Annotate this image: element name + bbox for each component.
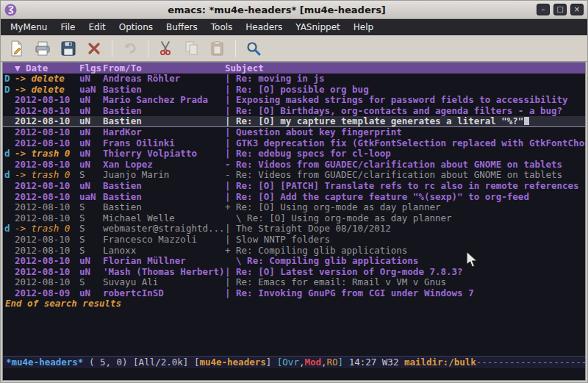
message-row[interactable]: 2012-08-10uNHardKor| Question about key … [3, 127, 585, 138]
message-row[interactable]: d-> trash 0SJuanjo Marin- Re: Videos fro… [3, 170, 585, 181]
cut-button[interactable] [156, 38, 176, 59]
message-row[interactable]: d-> trash 0Swebmaster@straightd...| The … [3, 223, 585, 235]
modeline-segment: -------------------------------------- [476, 357, 585, 368]
menu-buffers[interactable]: Buffers [159, 20, 204, 35]
message-row[interactable]: 2012-08-10uaNBastien| Re: [O] Add the ca… [3, 192, 585, 203]
message-row[interactable]: D-> deleteuaNBastien| Re: [O] possible o… [3, 85, 585, 96]
msg-flags: S [79, 170, 103, 181]
message-row[interactable]: 2012-08-10uNFlorian Müllner \ Re: Compil… [3, 256, 585, 267]
msg-mark [3, 127, 15, 138]
modeline-segment: 14:27 W32 [349, 357, 404, 368]
close-button[interactable]: × [570, 4, 584, 15]
msg-mark [3, 138, 15, 149]
msg-flags: uN [79, 160, 103, 171]
message-row[interactable]: 2012-08-10uNBastien| Re: [O] my capture … [3, 116, 585, 127]
message-row[interactable]: 2012-08-10SMichael Welle \ Re: [O] Using… [3, 213, 585, 224]
menu-file[interactable]: File [54, 20, 82, 35]
msg-subject: - Re: Videos from GUADEC/clarification a… [225, 170, 585, 181]
msg-from: Suvayu Ali [103, 277, 225, 288]
message-row[interactable]: 2012-08-10SLanoxx+ Re: Compiling glib ap… [3, 246, 585, 257]
msg-subject: | Re: Emacs for email: Rmail v VM v Gnus [225, 277, 585, 288]
msg-flags: uN [79, 106, 103, 117]
msg-subject: \ Re: Compiling glib applications [225, 256, 585, 267]
menu-help[interactable]: Help [347, 20, 380, 35]
msg-date: 2012-08-10 [15, 160, 79, 171]
msg-from: Florian Müllner [103, 256, 225, 267]
msg-from: Thierry Volpiatto [103, 148, 225, 160]
print-button[interactable] [32, 38, 53, 59]
print-icon [34, 40, 51, 57]
menu-headers[interactable]: Headers [239, 20, 289, 35]
message-row[interactable]: 2012-08-09uNrobertcInSD| Re: Invoking Gn… [3, 288, 585, 299]
minimize-button[interactable]: – [537, 4, 550, 15]
msg-mark [3, 95, 15, 106]
msg-date: 2012-08-10 [15, 95, 79, 106]
msg-flags: uN [79, 127, 103, 138]
header-date-col[interactable]: ▼ Date [15, 62, 79, 74]
msg-flags: uN [79, 288, 103, 299]
msg-mark: d [3, 148, 15, 160]
msg-date: 2012-08-09 [15, 288, 79, 299]
msg-date: 2012-08-10 [15, 181, 79, 192]
msg-date: -> trash 0 [15, 170, 79, 181]
menu-options[interactable]: Options [112, 20, 159, 35]
message-row[interactable]: 2012-08-10SBastien+ Re: [O] Using org-mo… [3, 202, 585, 213]
menu-tools[interactable]: Tools [204, 20, 240, 35]
msg-mark [3, 160, 15, 171]
modeline-segment: ] [266, 357, 277, 368]
search-button[interactable] [243, 38, 264, 59]
msg-subject: - Re: Videos from GUADEC/clarification a… [225, 160, 585, 171]
modeline-segment: mu4e-headers [199, 357, 265, 368]
msg-from: Francesco Mazzoli [103, 235, 225, 246]
msg-flags: S [79, 235, 103, 246]
msg-subject: | Re: [O] [PATCH] Translate refs to rc a… [225, 181, 585, 192]
msg-date: -> trash 0 [15, 223, 79, 235]
maximize-button[interactable]: □ [553, 4, 567, 15]
window-title: emacs: *mu4e-headers* [mu4e-headers] [21, 4, 533, 15]
msg-from: Bastien [103, 192, 225, 203]
message-row[interactable]: 2012-08-10uNMario Sanchez Prada| Exposin… [3, 95, 585, 106]
msg-flags: uN [79, 256, 103, 267]
emacs-window: emacs: *mu4e-headers* [mu4e-headers] – □… [0, 0, 588, 383]
msg-mark [3, 246, 15, 257]
new-file-button[interactable] [7, 38, 27, 59]
msg-from: Bastien [103, 181, 225, 192]
message-row[interactable]: 2012-08-10uNXan Lopez- Re: Videos from G… [3, 160, 585, 171]
menu-edit[interactable]: Edit [82, 20, 112, 35]
menu-mymenu[interactable]: MyMenu [4, 20, 54, 35]
msg-mark [3, 256, 15, 267]
save-button[interactable] [58, 38, 79, 59]
paste-icon [209, 40, 226, 57]
header-from-col[interactable]: From/To [103, 62, 225, 74]
msg-subject: | Question about key fingerprint [225, 127, 585, 138]
message-row[interactable]: d-> trash 0uNThierry Volpiatto| Re: edeb… [3, 148, 585, 160]
msg-flags: S [79, 213, 103, 224]
close-button[interactable] [84, 38, 104, 59]
msg-subject: | Re: [O] possible org bug [225, 85, 585, 96]
header-flags-col[interactable]: Flgs [79, 62, 103, 74]
menu-yasnippet[interactable]: YASnippet [289, 20, 347, 35]
message-row[interactable]: D-> deleteuNAndreas Röhler| Re: moving i… [3, 74, 585, 85]
msg-subject: | Re: Invoking GnuPG from CGI under Wind… [225, 288, 585, 299]
msg-flags: uN [79, 148, 103, 160]
undo-icon [121, 40, 139, 57]
message-row[interactable]: 2012-08-10uNFrans Oilinki| GTK3 deprecat… [3, 138, 585, 149]
message-row[interactable]: 2012-08-10SSuvayu Ali| Re: Emacs for ema… [3, 277, 585, 288]
message-row[interactable]: 2012-08-10uNBastien| Re: [O] [PATCH] Tra… [3, 181, 585, 192]
message-row[interactable]: 2012-08-10SFrancesco Mazzoli| Slow NNTP … [3, 235, 585, 246]
minibuffer[interactable] [3, 368, 585, 380]
msg-from: 'Mash (Thomas Herbert) [103, 267, 225, 278]
message-row[interactable]: 2012-08-10uNBastien| Re: [O] Birthdays, … [3, 106, 585, 117]
message-row[interactable]: 2012-08-10uN'Mash (Thomas Herbert)| Re: … [3, 267, 585, 278]
msg-mark [3, 116, 15, 126]
toolbar-separator [148, 40, 148, 57]
msg-subject: | GTK3 deprecation fix (GtkFontSelection… [225, 138, 585, 149]
msg-from: Xan Lopez [103, 160, 225, 171]
header-line: ▼ Date Flgs From/To Subject [3, 62, 585, 74]
msg-mark [3, 192, 15, 203]
header-subject-col[interactable]: Subject [225, 62, 585, 74]
msg-from: Andreas Röhler [103, 74, 225, 85]
msg-flags: uN [79, 267, 103, 278]
new-file-icon [8, 40, 26, 57]
msg-date: -> delete [15, 85, 79, 96]
